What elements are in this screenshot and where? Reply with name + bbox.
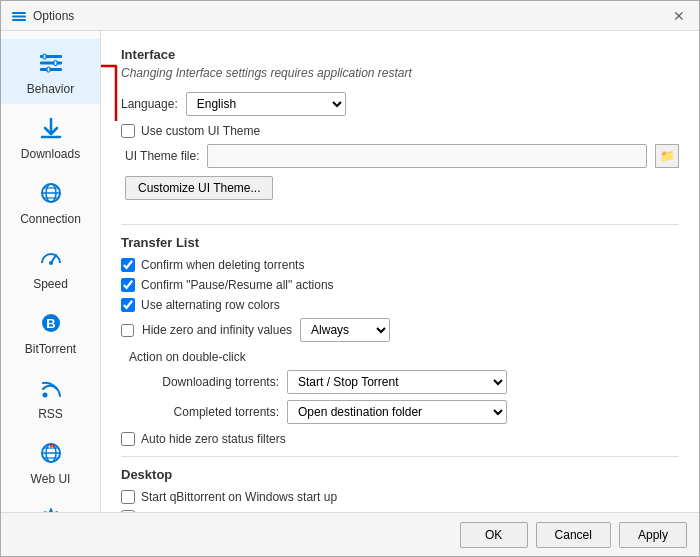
sidebar-item-behavior[interactable]: Behavior <box>1 39 100 104</box>
interface-title: Interface <box>121 47 679 62</box>
svg-rect-2 <box>12 19 26 21</box>
confirm-pause-checkbox[interactable] <box>121 278 135 292</box>
webui-icon <box>35 437 67 469</box>
section-divider-1 <box>121 224 679 225</box>
hide-zero-checkbox[interactable] <box>121 324 134 337</box>
downloading-label: Downloading torrents: <box>129 375 279 389</box>
completed-action-select[interactable]: Open destination folder Start / Stop Tor… <box>287 400 507 424</box>
connection-icon <box>35 177 67 209</box>
language-select[interactable]: English French German <box>186 92 346 116</box>
svg-rect-8 <box>47 67 50 72</box>
use-custom-theme-checkbox[interactable] <box>121 124 135 138</box>
sidebar-label-webui: Web UI <box>31 472 71 486</box>
auto-hide-checkbox[interactable] <box>121 432 135 446</box>
svg-rect-7 <box>54 61 57 66</box>
svg-point-16 <box>49 261 53 265</box>
completed-action-row: Completed torrents: Open destination fol… <box>129 400 679 424</box>
sidebar-label-bittorrent: BitTorrent <box>25 342 76 356</box>
hide-zero-label: Hide zero and infinity values <box>142 323 292 337</box>
advanced-icon <box>35 502 67 512</box>
downloading-action-select[interactable]: Start / Stop Torrent Open destination fo… <box>287 370 507 394</box>
sidebar: Behavior Downloads <box>1 31 101 512</box>
apply-button[interactable]: Apply <box>619 522 687 548</box>
sidebar-item-webui[interactable]: Web UI <box>1 429 100 494</box>
sidebar-item-connection[interactable]: Connection <box>1 169 100 234</box>
theme-file-browse-button[interactable]: 📁 <box>655 144 679 168</box>
downloading-action-row: Downloading torrents: Start / Stop Torre… <box>129 370 679 394</box>
svg-rect-4 <box>40 62 62 65</box>
completed-label: Completed torrents: <box>129 405 279 419</box>
downloads-icon <box>35 112 67 144</box>
start-qbit-row: Start qBittorrent on Windows start up <box>121 490 679 504</box>
bittorrent-icon: B <box>35 307 67 339</box>
theme-file-input[interactable] <box>207 144 647 168</box>
section-divider-2 <box>121 456 679 457</box>
sidebar-item-advanced[interactable]: Advanced <box>1 494 100 512</box>
svg-line-26 <box>53 445 54 448</box>
action-section-title: Action on double-click <box>129 350 679 364</box>
use-custom-theme-row: Use custom UI Theme <box>121 124 679 138</box>
rss-icon <box>35 372 67 404</box>
sidebar-label-connection: Connection <box>20 212 81 226</box>
sidebar-label-behavior: Behavior <box>27 82 74 96</box>
arrow-indicator <box>101 46 121 129</box>
svg-rect-6 <box>43 54 46 59</box>
use-custom-theme-label: Use custom UI Theme <box>141 124 260 138</box>
close-button[interactable]: ✕ <box>669 8 689 24</box>
confirm-pause-label: Confirm "Pause/Resume all" actions <box>141 278 334 292</box>
transfer-list-title: Transfer List <box>121 235 679 250</box>
sidebar-label-speed: Speed <box>33 277 68 291</box>
customize-theme-button[interactable]: Customize UI Theme... <box>125 176 273 200</box>
auto-hide-label: Auto hide zero status filters <box>141 432 286 446</box>
svg-point-19 <box>42 393 47 398</box>
content-area: Interface Changing Interface settings re… <box>101 31 699 512</box>
start-qbit-checkbox[interactable] <box>121 490 135 504</box>
sidebar-label-rss: RSS <box>38 407 63 421</box>
options-window: Options ✕ Behavior <box>0 0 700 557</box>
confirm-delete-checkbox[interactable] <box>121 258 135 272</box>
theme-file-label: UI Theme file: <box>125 149 199 163</box>
confirm-delete-label: Confirm when deleting torrents <box>141 258 304 272</box>
sidebar-item-speed[interactable]: Speed <box>1 234 100 299</box>
language-row: Language: English French German <box>121 92 679 116</box>
hide-zero-row: Hide zero and infinity values Always Nev… <box>121 318 679 342</box>
svg-rect-1 <box>12 15 26 17</box>
use-alternating-row: Use alternating row colors <box>121 298 679 312</box>
interface-section: Interface Changing Interface settings re… <box>121 47 679 212</box>
use-alternating-label: Use alternating row colors <box>141 298 280 312</box>
language-label: Language: <box>121 97 178 111</box>
speed-icon <box>35 242 67 274</box>
theme-file-row: UI Theme file: 📁 <box>125 144 679 168</box>
behavior-icon <box>35 47 67 79</box>
hide-zero-select[interactable]: Always Never <box>300 318 390 342</box>
sidebar-label-downloads: Downloads <box>21 147 80 161</box>
sidebar-item-rss[interactable]: RSS <box>1 364 100 429</box>
desktop-section: Desktop Start qBittorrent on Windows sta… <box>121 467 679 512</box>
desktop-title: Desktop <box>121 467 679 482</box>
transfer-list-section: Transfer List Confirm when deleting torr… <box>121 235 679 446</box>
confirm-delete-row: Confirm when deleting torrents <box>121 258 679 272</box>
sidebar-item-downloads[interactable]: Downloads <box>1 104 100 169</box>
start-qbit-label: Start qBittorrent on Windows start up <box>141 490 337 504</box>
svg-text:B: B <box>46 316 55 331</box>
title-bar: Options ✕ <box>1 1 699 31</box>
auto-hide-row: Auto hide zero status filters <box>121 432 679 446</box>
interface-subtitle: Changing Interface settings requires app… <box>121 66 679 80</box>
ok-button[interactable]: OK <box>460 522 528 548</box>
app-icon <box>11 8 27 24</box>
main-content: Behavior Downloads <box>1 31 699 512</box>
svg-rect-0 <box>12 12 26 14</box>
action-double-click-section: Action on double-click Downloading torre… <box>129 350 679 424</box>
cancel-button[interactable]: Cancel <box>536 522 611 548</box>
svg-rect-5 <box>40 68 62 71</box>
sidebar-item-bittorrent[interactable]: B BitTorrent <box>1 299 100 364</box>
window-title: Options <box>33 9 74 23</box>
confirm-pause-row: Confirm "Pause/Resume all" actions <box>121 278 679 292</box>
footer: OK Cancel Apply <box>1 512 699 556</box>
use-alternating-checkbox[interactable] <box>121 298 135 312</box>
